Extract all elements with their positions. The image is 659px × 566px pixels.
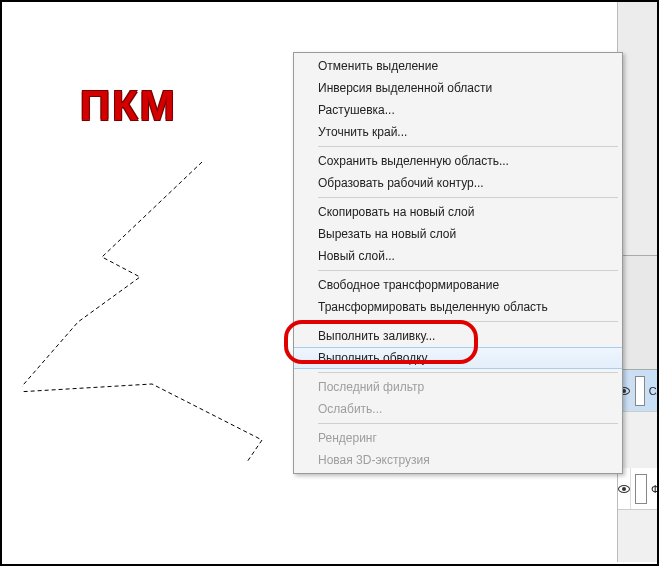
menu-item[interactable]: Инверсия выделенной области bbox=[294, 77, 622, 99]
menu-separator bbox=[318, 270, 618, 271]
menu-item: Последний фильтр bbox=[294, 376, 622, 398]
layer-row[interactable]: Фон bbox=[618, 468, 657, 510]
app-frame: ПКМ Слой 1 Фон Отменить выделениеИнверси… bbox=[2, 2, 657, 564]
layer-name: Слой 1 bbox=[649, 385, 657, 397]
layer-row[interactable]: Слой 1 bbox=[618, 370, 657, 412]
menu-item[interactable]: Свободное трансформирование bbox=[294, 274, 622, 296]
menu-item[interactable]: Уточнить край... bbox=[294, 121, 622, 143]
menu-item: Новая 3D-экструзия bbox=[294, 449, 622, 471]
menu-separator bbox=[318, 146, 618, 147]
lasso-selection-path bbox=[22, 152, 312, 512]
menu-item: Ослабить... bbox=[294, 398, 622, 420]
menu-item[interactable]: Отменить выделение bbox=[294, 55, 622, 77]
layer-thumbnail bbox=[635, 474, 647, 504]
menu-item[interactable]: Выполнить обводку... bbox=[294, 347, 622, 369]
menu-separator bbox=[318, 321, 618, 322]
layer-thumbnail bbox=[635, 376, 645, 406]
menu-item[interactable]: Выполнить заливку... bbox=[294, 325, 622, 347]
right-panels: Слой 1 Фон bbox=[617, 2, 657, 562]
layer-name: Фон bbox=[651, 483, 657, 495]
annotation-rmb-label: ПКМ bbox=[80, 82, 177, 130]
eye-icon bbox=[618, 485, 630, 493]
menu-item: Рендеринг bbox=[294, 427, 622, 449]
menu-item[interactable]: Образовать рабочий контур... bbox=[294, 172, 622, 194]
panel-top bbox=[618, 2, 657, 256]
menu-item[interactable]: Новый слой... bbox=[294, 245, 622, 267]
menu-separator bbox=[318, 423, 618, 424]
menu-item[interactable]: Растушевка... bbox=[294, 99, 622, 121]
visibility-toggle[interactable] bbox=[618, 468, 631, 509]
menu-separator bbox=[318, 197, 618, 198]
menu-separator bbox=[318, 372, 618, 373]
menu-item[interactable]: Вырезать на новый слой bbox=[294, 223, 622, 245]
menu-item[interactable]: Скопировать на новый слой bbox=[294, 201, 622, 223]
menu-item[interactable]: Трансформировать выделенную область bbox=[294, 296, 622, 318]
menu-item[interactable]: Сохранить выделенную область... bbox=[294, 150, 622, 172]
panel-mid bbox=[618, 256, 657, 370]
context-menu: Отменить выделениеИнверсия выделенной об… bbox=[293, 52, 623, 474]
